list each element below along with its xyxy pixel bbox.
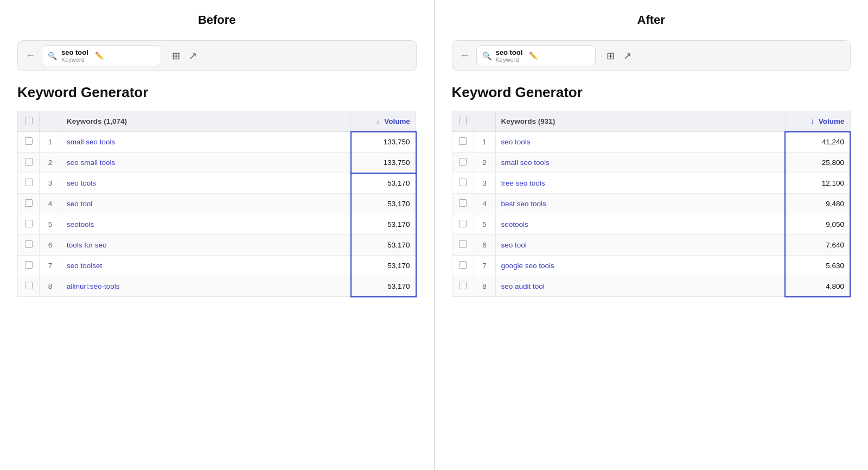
row-checkbox-cell[interactable] (18, 153, 40, 173)
row-checkbox-cell[interactable] (18, 256, 40, 276)
row-checkbox[interactable] (459, 199, 467, 207)
table-row: 5seotools9,050 (452, 214, 850, 235)
row-checkbox-cell[interactable] (18, 194, 40, 214)
row-checkbox[interactable] (25, 240, 33, 248)
row-volume: 53,170 (351, 173, 416, 194)
row-keyword[interactable]: seotools (61, 214, 351, 235)
row-number: 8 (474, 276, 495, 297)
table-row: 4best seo tools9,480 (452, 194, 850, 214)
before-select-all-checkbox[interactable] (25, 117, 33, 124)
row-number: 1 (40, 132, 61, 153)
table-row: 8allinurl:seo-tools53,170 (18, 276, 416, 297)
after-expand-icon[interactable]: ⊞ (607, 50, 615, 62)
after-edit-icon[interactable]: ✏️ (529, 52, 538, 60)
before-col-volume-header[interactable]: ↓ Volume (351, 111, 416, 132)
after-page-title: Keyword Generator (452, 84, 851, 101)
row-checkbox-cell[interactable] (452, 173, 474, 194)
row-number: 1 (474, 132, 495, 153)
row-keyword[interactable]: seo audit tool (495, 276, 785, 297)
table-row: 4seo tool53,170 (18, 194, 416, 214)
table-row: 1seo tools41,240 (452, 132, 850, 153)
row-checkbox-cell[interactable] (18, 173, 40, 194)
row-number: 6 (40, 235, 61, 256)
row-checkbox-cell[interactable] (452, 256, 474, 276)
row-checkbox[interactable] (459, 137, 467, 145)
row-number: 3 (474, 173, 495, 194)
before-table-header: Keywords (1,074) ↓ Volume (18, 111, 416, 132)
row-keyword[interactable]: tools for seo (61, 235, 351, 256)
row-checkbox[interactable] (25, 158, 33, 166)
row-checkbox[interactable] (459, 261, 467, 269)
row-keyword[interactable]: seo tools (495, 132, 785, 153)
row-number: 4 (40, 194, 61, 214)
before-search-icon: 🔍 (48, 52, 57, 60)
before-search-pill[interactable]: 🔍 seo tool Keyword ✏️ (42, 45, 161, 66)
after-col-check-header[interactable] (452, 111, 474, 132)
before-col-check-header[interactable] (18, 111, 40, 132)
before-expand-icon[interactable]: ⊞ (172, 50, 180, 62)
row-volume: 9,050 (785, 214, 850, 235)
row-checkbox-cell[interactable] (18, 235, 40, 256)
row-checkbox[interactable] (459, 282, 467, 289)
row-checkbox[interactable] (459, 240, 467, 248)
row-keyword[interactable]: seo small tools (61, 153, 351, 173)
row-volume: 41,240 (785, 132, 850, 153)
row-volume: 9,480 (785, 194, 850, 214)
row-checkbox[interactable] (25, 220, 33, 227)
row-volume: 53,170 (351, 256, 416, 276)
row-keyword[interactable]: free seo tools (495, 173, 785, 194)
before-external-icon[interactable]: ↗ (189, 50, 197, 62)
row-checkbox-cell[interactable] (452, 276, 474, 297)
row-keyword[interactable]: seotools (495, 214, 785, 235)
row-checkbox-cell[interactable] (452, 194, 474, 214)
row-checkbox-cell[interactable] (18, 132, 40, 153)
row-checkbox[interactable] (25, 282, 33, 289)
row-keyword[interactable]: small seo tools (61, 132, 351, 153)
row-checkbox[interactable] (25, 137, 33, 145)
table-row: 7google seo tools5,630 (452, 256, 850, 276)
row-checkbox-cell[interactable] (452, 235, 474, 256)
before-back-button[interactable]: ← (25, 50, 35, 61)
row-keyword[interactable]: best seo tools (495, 194, 785, 214)
after-select-all-checkbox[interactable] (459, 117, 467, 124)
before-query: seo tool (61, 48, 88, 56)
row-checkbox[interactable] (459, 220, 467, 227)
table-row: 5seotools53,170 (18, 214, 416, 235)
before-edit-icon[interactable]: ✏️ (95, 52, 104, 60)
row-checkbox-cell[interactable] (452, 132, 474, 153)
row-checkbox-cell[interactable] (452, 153, 474, 173)
row-checkbox-cell[interactable] (452, 214, 474, 235)
row-number: 2 (40, 153, 61, 173)
row-keyword[interactable]: small seo tools (495, 153, 785, 173)
row-keyword[interactable]: google seo tools (495, 256, 785, 276)
before-query-type: Keyword (61, 56, 88, 63)
row-checkbox-cell[interactable] (18, 276, 40, 297)
row-checkbox[interactable] (25, 261, 33, 269)
after-col-num-header (474, 111, 495, 132)
after-back-button[interactable]: ← (460, 50, 470, 61)
after-external-icon[interactable]: ↗ (623, 50, 631, 62)
after-table: Keywords (931) ↓ Volume 1seo tools41,240… (452, 111, 851, 297)
before-page-title: Keyword Generator (17, 84, 417, 101)
table-row: 3seo tools53,170 (18, 173, 416, 194)
before-volume-label: Volume (384, 117, 410, 125)
before-panel: Before ← 🔍 seo tool Keyword ✏️ ⊞ ↗ Keywo… (0, 0, 435, 470)
row-keyword[interactable]: allinurl:seo-tools (61, 276, 351, 297)
row-checkbox[interactable] (25, 179, 33, 186)
table-row: 1small seo tools133,750 (18, 132, 416, 153)
after-search-pill[interactable]: 🔍 seo tool Keyword ✏️ (476, 45, 596, 66)
row-checkbox[interactable] (459, 158, 467, 166)
row-checkbox-cell[interactable] (18, 214, 40, 235)
row-keyword[interactable]: seo tool (495, 235, 785, 256)
after-query: seo tool (496, 48, 523, 56)
row-volume: 133,750 (351, 132, 416, 153)
row-keyword[interactable]: seo toolset (61, 256, 351, 276)
row-number: 7 (474, 256, 495, 276)
row-checkbox[interactable] (25, 199, 33, 207)
after-sort-arrow: ↓ (810, 117, 814, 125)
after-col-volume-header[interactable]: ↓ Volume (785, 111, 850, 132)
row-keyword[interactable]: seo tool (61, 194, 351, 214)
row-checkbox[interactable] (459, 179, 467, 186)
table-row: 8seo audit tool4,800 (452, 276, 850, 297)
row-keyword[interactable]: seo tools (61, 173, 351, 194)
